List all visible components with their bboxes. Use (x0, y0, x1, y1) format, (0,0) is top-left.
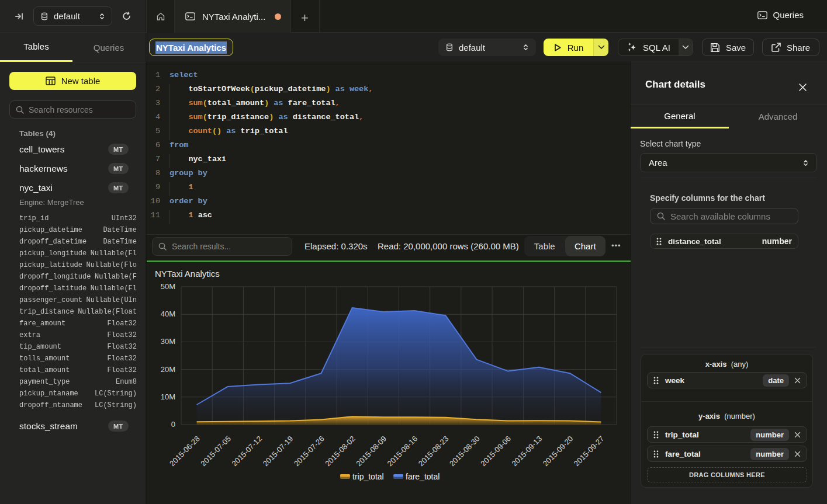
svg-text:2015-07-26: 2015-07-26 (292, 435, 326, 468)
svg-text:2015-09-13: 2015-09-13 (510, 435, 544, 468)
svg-text:2015-06-28: 2015-06-28 (168, 435, 202, 468)
svg-text:20M: 20M (161, 365, 175, 374)
svg-text:2015-07-12: 2015-07-12 (230, 435, 264, 468)
svg-text:2015-08-30: 2015-08-30 (448, 435, 482, 468)
svg-text:2015-07-05: 2015-07-05 (199, 435, 233, 468)
svg-text:50M: 50M (161, 282, 175, 291)
svg-text:0: 0 (171, 420, 175, 429)
svg-text:2015-08-23: 2015-08-23 (417, 435, 451, 468)
svg-text:10M: 10M (161, 392, 175, 401)
svg-text:trip_total: trip_total (352, 472, 384, 481)
svg-text:2015-08-16: 2015-08-16 (386, 435, 420, 468)
svg-text:40M: 40M (161, 310, 175, 318)
svg-text:NYTaxi Analytics: NYTaxi Analytics (155, 269, 220, 279)
svg-text:2015-09-27: 2015-09-27 (572, 435, 606, 468)
svg-text:2015-09-06: 2015-09-06 (479, 435, 513, 468)
svg-text:2015-09-20: 2015-09-20 (541, 435, 575, 468)
svg-text:fare_total: fare_total (406, 472, 440, 481)
svg-text:2015-07-19: 2015-07-19 (261, 435, 295, 468)
svg-text:2015-08-02: 2015-08-02 (323, 435, 357, 468)
svg-text:2015-08-09: 2015-08-09 (354, 435, 388, 468)
svg-text:30M: 30M (161, 337, 175, 346)
